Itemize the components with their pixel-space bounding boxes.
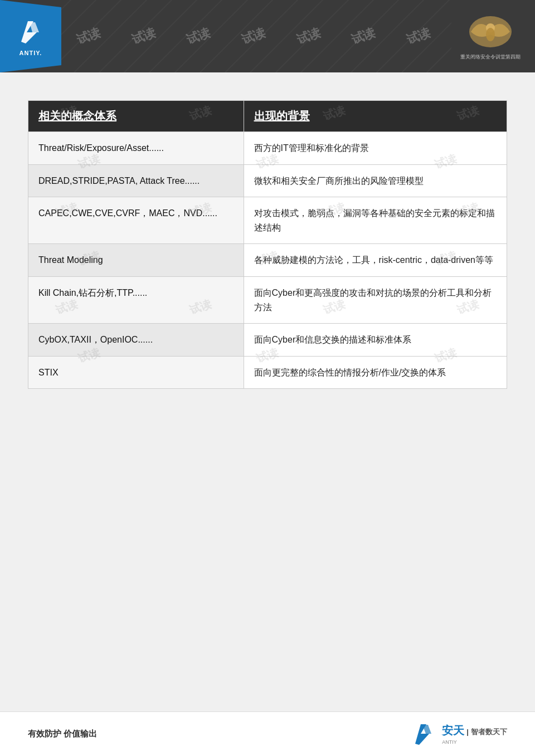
table-row: STIX面向更完整的综合性的情报分析/作业/交换的体系 <box>28 356 507 389</box>
table-row: CybOX,TAXII，OpenIOC......面向Cyber和信息交换的描述… <box>28 324 507 357</box>
wm-5: 试读 <box>294 24 323 48</box>
table-cell-right: 各种威胁建模的方法论，工具，risk-centric，data-driven等等 <box>244 244 507 277</box>
table-row: Threat/Risk/Exposure/Asset......西方的IT管理和… <box>28 132 507 165</box>
concept-table: 相关的概念体系 出现的背景 Threat/Risk/Exposure/Asset… <box>28 100 507 389</box>
table-row: Threat Modeling各种威胁建模的方法论，工具，risk-centri… <box>28 244 507 277</box>
logo-area: ANTIY. <box>0 0 61 72</box>
wm-4: 试读 <box>239 24 268 48</box>
header-right-logo: 重关闭络安全令训堂第四期 <box>451 6 529 67</box>
svg-point-4 <box>486 28 495 41</box>
table-cell-left: Threat/Risk/Exposure/Asset...... <box>28 132 244 165</box>
right-logo-graphic <box>465 12 515 51</box>
wm-7: 试读 <box>404 24 433 48</box>
table-cell-left: CAPEC,CWE,CVE,CVRF，MAEC，NVD...... <box>28 197 244 244</box>
table-row: DREAD,STRIDE,PASTA, Attack Tree......微软和… <box>28 164 507 197</box>
right-logo-subtitle: 重关闭络安全令训堂第四期 <box>460 53 521 61</box>
table-cell-left: STIX <box>28 356 244 389</box>
table-row: CAPEC,CWE,CVE,CVRF，MAEC，NVD......对攻击模式，脆… <box>28 197 507 244</box>
footer-slogan: 智者数天下 <box>471 727 507 737</box>
footer-logo-text-group: 安天 | 智者数天下 ANTIY <box>442 723 507 745</box>
footer-brand: 安天 <box>442 723 464 738</box>
table-cell-right: 西方的IT管理和标准化的背景 <box>244 132 507 165</box>
wm-3: 试读 <box>184 24 213 48</box>
table-cell-right: 微软和相关安全厂商所推出的风险管理模型 <box>244 164 507 197</box>
wm-6: 试读 <box>349 24 378 48</box>
col2-header: 出现的背景 <box>244 101 507 132</box>
table-row: Kill Chain,钻石分析,TTP......面向Cyber和更高强度的攻击… <box>28 276 507 323</box>
footer: 有效防护 价值输出 安天 | 智者数天下 ANTIY <box>0 711 535 756</box>
table-cell-left: CybOX,TAXII，OpenIOC...... <box>28 324 244 357</box>
svg-marker-6 <box>422 725 431 734</box>
header-watermark-area: 试读 试读 试读 试读 试读 试读 试读 <box>61 0 446 72</box>
footer-tagline: 有效防护 价值输出 <box>28 729 97 739</box>
wm-2: 试读 <box>129 24 158 48</box>
svg-marker-1 <box>30 22 39 32</box>
footer-sub: ANTIY <box>442 739 507 745</box>
header: ANTIY. 试读 试读 试读 试读 试读 试读 试读 重关闭络安全令训堂第四期 <box>0 0 535 72</box>
footer-logo: 安天 | 智者数天下 ANTIY <box>412 721 507 747</box>
wm-1: 试读 <box>74 24 103 48</box>
table-cell-right: 对攻击模式，脆弱点，漏洞等各种基础的安全元素的标定和描述结构 <box>244 197 507 244</box>
table-cell-left: Kill Chain,钻石分析,TTP...... <box>28 276 244 323</box>
footer-brand-slogan: | <box>466 728 469 736</box>
table-cell-right: 面向Cyber和更高强度的攻击和对抗的场景的分析工具和分析方法 <box>244 276 507 323</box>
table-cell-right: 面向Cyber和信息交换的描述和标准体系 <box>244 324 507 357</box>
footer-logo-icon <box>412 721 437 747</box>
table-cell-right: 面向更完整的综合性的情报分析/作业/交换的体系 <box>244 356 507 389</box>
col1-header: 相关的概念体系 <box>28 101 244 132</box>
antiy-logo-icon <box>16 17 46 47</box>
table-cell-left: DREAD,STRIDE,PASTA, Attack Tree...... <box>28 164 244 197</box>
table-cell-left: Threat Modeling <box>28 244 244 277</box>
main-content: 相关的概念体系 出现的背景 Threat/Risk/Exposure/Asset… <box>0 72 535 400</box>
logo-text: ANTIY. <box>20 50 42 56</box>
